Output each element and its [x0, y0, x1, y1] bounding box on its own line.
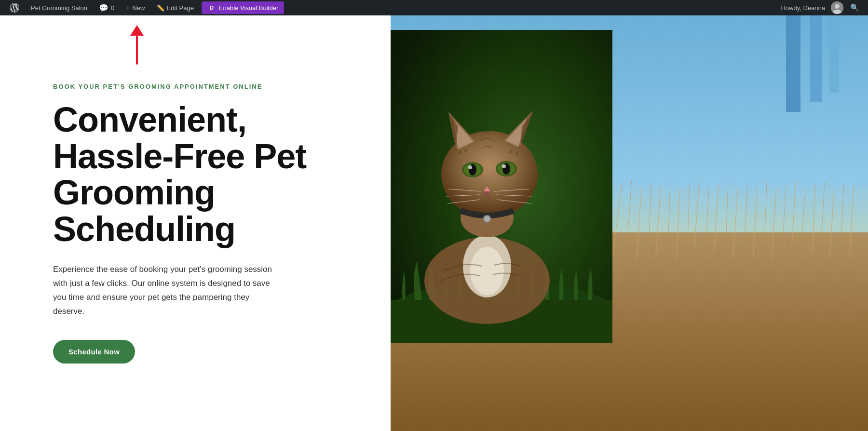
cat-illustration	[391, 30, 612, 343]
edit-page-label: Edit Page	[167, 4, 194, 12]
comment-bubble-icon: 💬	[99, 3, 108, 13]
new-label: New	[133, 4, 145, 12]
enable-visual-builder-button[interactable]: D Enable Visual Builder	[202, 1, 284, 14]
schedule-now-button[interactable]: Schedule Now	[53, 340, 135, 364]
svg-point-39	[470, 247, 504, 295]
adminbar-left: Pet Grooming Salon 💬 0 + New ✏️ Edit Pag…	[4, 0, 777, 15]
user-avatar[interactable]	[831, 1, 843, 14]
svg-rect-32	[810, 15, 822, 102]
hero-subtitle: BOOK YOUR PET'S GROOMING APPOINTMENT ONL…	[53, 83, 352, 90]
adminbar-right: Howdy, Deanna 🔍	[777, 1, 864, 14]
admin-bar: Pet Grooming Salon 💬 0 + New ✏️ Edit Pag…	[0, 0, 868, 15]
new-item[interactable]: + New	[120, 0, 150, 15]
arrow-head-icon	[130, 25, 144, 36]
edit-page-item[interactable]: ✏️ Edit Page	[151, 0, 200, 15]
avatar-image	[831, 1, 843, 14]
svg-rect-31	[786, 15, 800, 112]
svg-point-55	[502, 164, 506, 168]
arrow-indicator	[130, 25, 144, 65]
plus-icon: +	[126, 4, 130, 12]
search-icon[interactable]: 🔍	[845, 3, 864, 12]
cat-image-container	[391, 30, 612, 343]
svg-point-2	[835, 4, 840, 9]
comments-item[interactable]: 💬 0	[93, 0, 120, 15]
howdy-text: Howdy, Deanna	[777, 4, 829, 12]
site-name-item[interactable]: Pet Grooming Salon	[25, 0, 93, 15]
svg-rect-33	[829, 15, 839, 93]
site-name-label: Pet Grooming Salon	[31, 4, 87, 12]
pencil-icon: ✏️	[157, 4, 164, 12]
hero-description: Experience the ease of booking your pet'…	[53, 263, 275, 319]
hero-right	[391, 15, 868, 431]
page-content: BOOK YOUR PET'S GROOMING APPOINTMENT ONL…	[0, 15, 868, 431]
arrow-shaft	[136, 36, 138, 65]
divi-icon: D	[207, 3, 216, 12]
hero-title: Convenient, Hassle-Free Pet Grooming Sch…	[53, 102, 352, 247]
svg-point-51	[468, 165, 472, 169]
cat-scene	[391, 30, 612, 343]
comments-count: 0	[111, 4, 114, 12]
hero-left: BOOK YOUR PET'S GROOMING APPOINTMENT ONL…	[0, 15, 391, 431]
svg-point-64	[484, 216, 490, 222]
wp-logo-icon	[10, 3, 19, 13]
enable-visual-builder-label: Enable Visual Builder	[219, 4, 278, 12]
wp-logo-item[interactable]	[4, 0, 25, 15]
